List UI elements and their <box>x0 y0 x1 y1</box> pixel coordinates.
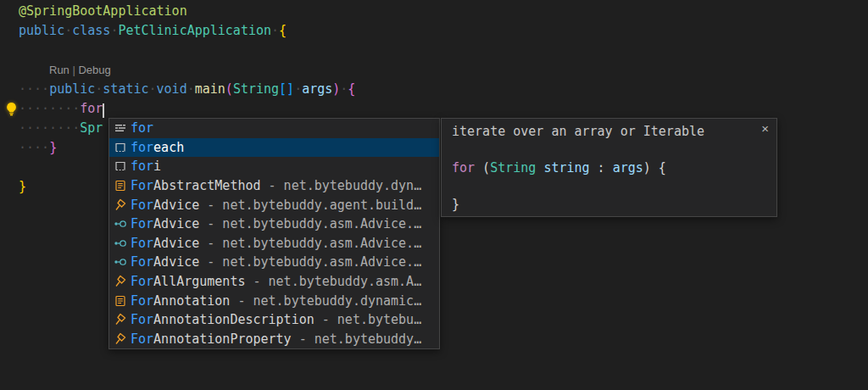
suggestion-label: AnnotationDescription <box>153 312 314 327</box>
suggestion-detail: - net.bytebu… <box>314 312 421 327</box>
code-token: @SpringBootApplication <box>19 3 187 19</box>
suggestion-item[interactable]: foreach <box>109 138 439 158</box>
code-token: args <box>613 160 643 176</box>
class-icon <box>112 313 128 326</box>
suggestion-detail: - net.bytebuddy.asm.Advice.… <box>199 254 421 270</box>
code-token: args <box>302 81 332 97</box>
code-token: ···· <box>19 81 49 97</box>
suggestion-detail: - net.bytebuddy.asm.A… <box>245 274 421 289</box>
codelens-separator: | <box>70 64 79 76</box>
code-token: ···· <box>19 140 49 155</box>
suggestion-match: For <box>131 198 153 213</box>
code-line[interactable]: ········for <box>19 99 868 119</box>
lightbulb-icon[interactable] <box>4 102 19 116</box>
suggestion-item[interactable]: ForAnnotationDescription - net.bytebu… <box>109 310 439 330</box>
suggestion-match: For <box>131 312 153 327</box>
suggestion-label: each <box>153 140 184 155</box>
codelens-run-link[interactable]: Run <box>49 64 70 76</box>
code-token: · <box>187 81 195 97</box>
suggestion-match: For <box>131 274 153 289</box>
code-token: } <box>49 140 57 155</box>
suggestion-detail: - net.bytebuddy.dyn… <box>261 178 422 193</box>
suggestion-detail: - net.bytebuddy… <box>292 332 422 347</box>
suggestion-label: AbstractMethod <box>153 178 260 193</box>
docs-spacer <box>452 141 766 159</box>
class-icon <box>112 332 128 346</box>
class-icon <box>112 275 128 288</box>
code-token: [] <box>279 81 294 97</box>
code-token: ) { <box>643 160 666 176</box>
code-token: Spr <box>80 120 103 136</box>
code-line[interactable]: public·class·PetClinicApplication·{ <box>19 21 868 41</box>
suggestion-match: for <box>131 120 153 136</box>
text-caret <box>103 103 104 118</box>
suggestion-label: AllArguments <box>153 274 245 289</box>
code-token: public <box>19 23 64 38</box>
code-line[interactable] <box>19 41 868 60</box>
code-token: · <box>149 81 157 97</box>
method-icon <box>112 237 128 250</box>
module-icon <box>112 179 128 192</box>
suggestion-item[interactable]: ForAbstractMethod - net.bytebuddy.dyn… <box>109 176 439 196</box>
codelens-line: Run | Debug <box>19 60 868 80</box>
module-icon <box>112 294 128 308</box>
suggestion-item[interactable]: ForAdvice - net.bytebuddy.asm.Advice.… <box>109 234 439 254</box>
suggestion-item[interactable]: ForAdvice - net.bytebuddy.asm.Advice.… <box>109 214 439 234</box>
code-token: public <box>49 81 95 97</box>
suggestion-detail: - net.bytebuddy.asm.Advice.… <box>199 216 421 231</box>
suggestion-match: For <box>131 216 153 231</box>
code-token: · <box>64 23 72 38</box>
snippet-icon <box>112 141 128 154</box>
codelens-debug-link[interactable]: Debug <box>78 64 110 76</box>
suggestion-detail: - net.bytebuddy.asm.Advice.… <box>199 236 421 251</box>
suggestion-match: For <box>131 178 153 193</box>
suggestion-match: For <box>131 293 153 309</box>
code-line[interactable]: @SpringBootApplication <box>19 2 868 21</box>
code-token: ( <box>225 81 233 97</box>
suggest-widget: forforeachforiForAbstractMethod - net.by… <box>108 118 440 349</box>
method-icon <box>112 217 128 231</box>
code-token: PetClinicApplication <box>118 23 271 38</box>
suggestion-item[interactable]: ForAnnotationProperty - net.bytebuddy… <box>109 330 439 349</box>
suggestion-item[interactable]: ForAdvice - net.bytebuddy.asm.Advice.… <box>109 253 439 272</box>
suggestion-item[interactable]: for <box>109 119 439 138</box>
code-token: ( <box>475 160 490 176</box>
code-token: } <box>452 197 459 212</box>
code-token: : <box>590 160 613 176</box>
suggestion-match: for <box>131 159 153 174</box>
code-token: String <box>490 160 536 176</box>
suggestion-match: For <box>131 236 153 251</box>
code-token: { <box>279 23 287 38</box>
code-token: ) <box>332 81 340 97</box>
suggestion-item[interactable]: fori <box>109 157 439 176</box>
code-token: class <box>72 23 110 38</box>
suggestion-detail: - net.bytebuddy.dynamic… <box>230 293 421 309</box>
close-icon[interactable]: × <box>761 122 769 135</box>
method-icon <box>112 255 128 269</box>
code-token: ········ <box>19 120 80 136</box>
code-line[interactable]: ····public·static·void·main(String[]·arg… <box>19 80 868 99</box>
suggestion-item[interactable]: ForAllArguments - net.bytebuddy.asm.A… <box>109 272 439 292</box>
suggestion-label: AnnotationProperty <box>153 332 292 347</box>
suggestion-item[interactable]: ForAnnotation - net.bytebuddy.dynamic… <box>109 291 439 310</box>
class-icon <box>112 198 128 212</box>
suggestion-label: Advice <box>153 254 199 270</box>
docs-code: for (String string : args) { } <box>452 159 766 214</box>
code-token: · <box>95 81 103 97</box>
code-token: · <box>340 81 348 97</box>
code-token: } <box>19 179 26 194</box>
code-token: for <box>80 101 103 116</box>
suggestion-label: Advice <box>153 198 199 213</box>
code-token: ········ <box>19 101 80 116</box>
suggestion-match: for <box>131 140 153 155</box>
code-token: · <box>271 23 279 38</box>
code-token: String <box>233 81 279 97</box>
suggestion-item[interactable]: ForAdvice - net.bytebuddy.agent.build… <box>109 195 439 214</box>
code-token: { <box>348 81 355 97</box>
code-token: void <box>157 81 187 97</box>
keyword-icon <box>112 121 128 135</box>
suggestion-match: For <box>131 332 153 347</box>
snippet-icon <box>112 159 128 173</box>
suggestion-label: Annotation <box>153 293 230 309</box>
code-token: string <box>543 160 589 176</box>
